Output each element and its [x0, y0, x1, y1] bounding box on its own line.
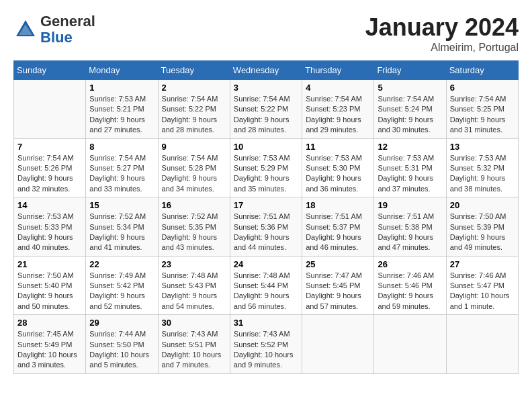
day-number: 18: [306, 200, 370, 210]
page-header: General Blue January 2024 Almeirim, Port…: [13, 13, 519, 54]
day-number: 20: [450, 200, 515, 210]
calendar-body: 1Sunrise: 7:53 AMSunset: 5:21 PMDaylight…: [14, 80, 519, 374]
day-info: Sunrise: 7:52 AMSunset: 5:35 PMDaylight:…: [162, 212, 226, 253]
calendar-cell: 15Sunrise: 7:52 AMSunset: 5:34 PMDayligh…: [86, 197, 158, 257]
day-number: 4: [306, 83, 370, 93]
day-number: 17: [234, 200, 298, 210]
calendar-week-row: 28Sunrise: 7:45 AMSunset: 5:49 PMDayligh…: [14, 315, 519, 374]
calendar-table: SundayMondayTuesdayWednesdayThursdayFrid…: [13, 60, 519, 374]
day-info: Sunrise: 7:50 AMSunset: 5:39 PMDaylight:…: [450, 212, 515, 253]
logo: General Blue: [13, 13, 95, 46]
logo-general: General: [40, 13, 95, 30]
calendar-cell: [14, 80, 86, 139]
day-number: 2: [162, 83, 226, 93]
calendar-cell: 13Sunrise: 7:53 AMSunset: 5:32 PMDayligh…: [446, 138, 518, 197]
day-number: 9: [162, 142, 226, 152]
day-info: Sunrise: 7:54 AMSunset: 5:28 PMDaylight:…: [162, 153, 226, 195]
day-number: 26: [378, 259, 442, 269]
day-info: Sunrise: 7:48 AMSunset: 5:43 PMDaylight:…: [162, 271, 226, 312]
day-number: 11: [306, 142, 370, 152]
calendar-cell: [374, 315, 446, 374]
calendar-cell: 9Sunrise: 7:54 AMSunset: 5:28 PMDaylight…: [158, 138, 230, 197]
weekday-header: Sunday: [14, 61, 86, 80]
day-number: 6: [450, 83, 515, 93]
day-info: Sunrise: 7:50 AMSunset: 5:40 PMDaylight:…: [17, 271, 82, 312]
day-info: Sunrise: 7:54 AMSunset: 5:24 PMDaylight:…: [378, 94, 442, 136]
day-info: Sunrise: 7:53 AMSunset: 5:21 PMDaylight:…: [89, 94, 154, 136]
calendar-cell: 4Sunrise: 7:54 AMSunset: 5:23 PMDaylight…: [302, 80, 374, 139]
calendar-cell: 3Sunrise: 7:54 AMSunset: 5:22 PMDaylight…: [230, 80, 302, 139]
calendar-cell: 18Sunrise: 7:51 AMSunset: 5:37 PMDayligh…: [302, 197, 374, 257]
day-info: Sunrise: 7:47 AMSunset: 5:45 PMDaylight:…: [306, 271, 370, 312]
calendar-cell: 12Sunrise: 7:53 AMSunset: 5:31 PMDayligh…: [374, 138, 446, 197]
day-info: Sunrise: 7:44 AMSunset: 5:50 PMDaylight:…: [89, 329, 154, 371]
day-info: Sunrise: 7:52 AMSunset: 5:34 PMDaylight:…: [89, 212, 154, 253]
day-number: 13: [450, 142, 515, 152]
day-info: Sunrise: 7:54 AMSunset: 5:25 PMDaylight:…: [450, 94, 515, 136]
day-info: Sunrise: 7:48 AMSunset: 5:44 PMDaylight:…: [234, 271, 298, 312]
logo-text: General Blue: [40, 13, 95, 46]
day-number: 23: [162, 259, 226, 269]
day-info: Sunrise: 7:54 AMSunset: 5:23 PMDaylight:…: [306, 94, 370, 136]
day-info: Sunrise: 7:49 AMSunset: 5:42 PMDaylight:…: [89, 271, 154, 312]
calendar-cell: 23Sunrise: 7:48 AMSunset: 5:43 PMDayligh…: [158, 256, 230, 315]
day-number: 12: [378, 142, 442, 152]
day-number: 10: [234, 142, 298, 152]
calendar-week-row: 1Sunrise: 7:53 AMSunset: 5:21 PMDaylight…: [14, 80, 519, 139]
day-number: 29: [89, 318, 154, 328]
calendar-cell: 14Sunrise: 7:53 AMSunset: 5:33 PMDayligh…: [14, 197, 86, 257]
day-info: Sunrise: 7:51 AMSunset: 5:37 PMDaylight:…: [306, 212, 370, 253]
day-info: Sunrise: 7:54 AMSunset: 5:26 PMDaylight:…: [17, 153, 82, 195]
day-info: Sunrise: 7:53 AMSunset: 5:31 PMDaylight:…: [378, 153, 442, 195]
day-number: 31: [234, 318, 298, 328]
calendar-cell: 25Sunrise: 7:47 AMSunset: 5:45 PMDayligh…: [302, 256, 374, 315]
calendar-week-row: 14Sunrise: 7:53 AMSunset: 5:33 PMDayligh…: [14, 197, 519, 257]
calendar-cell: 27Sunrise: 7:46 AMSunset: 5:47 PMDayligh…: [446, 256, 518, 315]
calendar-cell: 30Sunrise: 7:43 AMSunset: 5:51 PMDayligh…: [158, 315, 230, 374]
calendar-cell: 28Sunrise: 7:45 AMSunset: 5:49 PMDayligh…: [14, 315, 86, 374]
day-info: Sunrise: 7:51 AMSunset: 5:36 PMDaylight:…: [234, 212, 298, 253]
calendar-cell: 8Sunrise: 7:54 AMSunset: 5:27 PMDaylight…: [86, 138, 158, 197]
logo-blue: Blue: [40, 29, 73, 46]
day-info: Sunrise: 7:53 AMSunset: 5:32 PMDaylight:…: [450, 153, 515, 195]
calendar-cell: 1Sunrise: 7:53 AMSunset: 5:21 PMDaylight…: [86, 80, 158, 139]
calendar-cell: 20Sunrise: 7:50 AMSunset: 5:39 PMDayligh…: [446, 197, 518, 257]
calendar-header: SundayMondayTuesdayWednesdayThursdayFrid…: [14, 61, 519, 80]
day-info: Sunrise: 7:54 AMSunset: 5:22 PMDaylight:…: [234, 94, 298, 136]
day-info: Sunrise: 7:46 AMSunset: 5:46 PMDaylight:…: [378, 271, 442, 312]
calendar-cell: 29Sunrise: 7:44 AMSunset: 5:50 PMDayligh…: [86, 315, 158, 374]
calendar-cell: 6Sunrise: 7:54 AMSunset: 5:25 PMDaylight…: [446, 80, 518, 139]
calendar-cell: 7Sunrise: 7:54 AMSunset: 5:26 PMDaylight…: [14, 138, 86, 197]
day-info: Sunrise: 7:51 AMSunset: 5:38 PMDaylight:…: [378, 212, 442, 253]
day-number: 21: [17, 259, 82, 269]
calendar-cell: [302, 315, 374, 374]
calendar-cell: 21Sunrise: 7:50 AMSunset: 5:40 PMDayligh…: [14, 256, 86, 315]
calendar-week-row: 21Sunrise: 7:50 AMSunset: 5:40 PMDayligh…: [14, 256, 519, 315]
day-number: 8: [89, 142, 154, 152]
weekday-header: Friday: [374, 61, 446, 80]
calendar-cell: [446, 315, 518, 374]
day-info: Sunrise: 7:45 AMSunset: 5:49 PMDaylight:…: [17, 329, 82, 371]
logo-icon: [13, 17, 38, 42]
title-block: January 2024 Almeirim, Portugal: [365, 13, 519, 54]
day-info: Sunrise: 7:43 AMSunset: 5:52 PMDaylight:…: [234, 329, 298, 371]
day-info: Sunrise: 7:54 AMSunset: 5:27 PMDaylight:…: [89, 153, 154, 195]
weekday-header: Wednesday: [230, 61, 302, 80]
day-number: 3: [234, 83, 298, 93]
day-number: 25: [306, 259, 370, 269]
calendar-week-row: 7Sunrise: 7:54 AMSunset: 5:26 PMDaylight…: [14, 138, 519, 197]
calendar-cell: 22Sunrise: 7:49 AMSunset: 5:42 PMDayligh…: [86, 256, 158, 315]
month-title: January 2024: [365, 13, 519, 42]
calendar-cell: 11Sunrise: 7:53 AMSunset: 5:30 PMDayligh…: [302, 138, 374, 197]
day-number: 16: [162, 200, 226, 210]
day-info: Sunrise: 7:54 AMSunset: 5:22 PMDaylight:…: [162, 94, 226, 136]
day-number: 1: [89, 83, 154, 93]
calendar-cell: 10Sunrise: 7:53 AMSunset: 5:29 PMDayligh…: [230, 138, 302, 197]
day-number: 15: [89, 200, 154, 210]
calendar-cell: 16Sunrise: 7:52 AMSunset: 5:35 PMDayligh…: [158, 197, 230, 257]
day-info: Sunrise: 7:43 AMSunset: 5:51 PMDaylight:…: [162, 329, 226, 371]
calendar-cell: 19Sunrise: 7:51 AMSunset: 5:38 PMDayligh…: [374, 197, 446, 257]
day-number: 24: [234, 259, 298, 269]
day-info: Sunrise: 7:53 AMSunset: 5:33 PMDaylight:…: [17, 212, 82, 253]
calendar-cell: 17Sunrise: 7:51 AMSunset: 5:36 PMDayligh…: [230, 197, 302, 257]
